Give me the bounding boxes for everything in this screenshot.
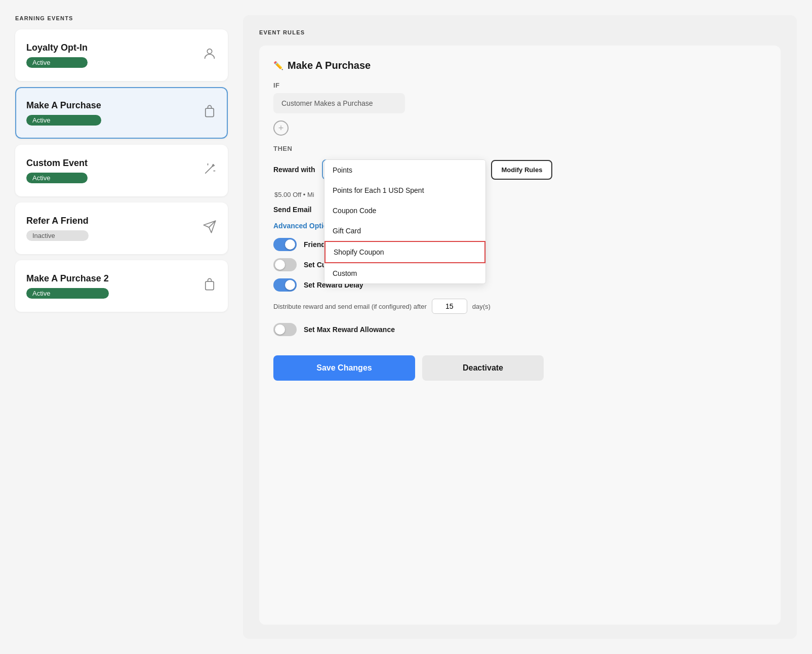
event-list: Loyalty Opt-InActiveMake A PurchaseActiv…	[15, 29, 228, 312]
then-label: THEN	[273, 145, 766, 152]
event-card-left: Custom EventActive	[26, 158, 88, 183]
svg-line-5	[213, 166, 213, 166]
pencil-icon: ✏️	[273, 61, 283, 70]
dropdown-option-custom[interactable]: Custom	[324, 263, 485, 283]
right-section-title: EVENT RULES	[259, 29, 781, 35]
delay-unit: day(s)	[472, 303, 491, 310]
dropdown-option-shopifycoupon[interactable]: Shopify Coupon	[324, 241, 485, 263]
add-condition-button[interactable]: +	[273, 120, 289, 136]
event-card-make-a-purchase-2[interactable]: Make A Purchase 2Active	[15, 260, 228, 312]
bottom-buttons: Save Changes Deactivate	[273, 355, 766, 381]
toggle-knob	[285, 239, 295, 250]
event-status-badge: Active	[26, 115, 101, 126]
event-card-name: Make A Purchase 2	[26, 273, 109, 284]
delay-input[interactable]	[432, 299, 467, 314]
bag-icon	[202, 277, 217, 295]
left-section-title: EARNING EVENTS	[15, 15, 228, 21]
svg-point-0	[207, 49, 212, 53]
send-email-label: Send Email	[273, 206, 311, 214]
event-card-left: Loyalty Opt-InActive	[26, 43, 88, 68]
rules-title: Make A Purchase	[288, 60, 371, 71]
modify-rules-button[interactable]: Modify Rules	[491, 160, 552, 180]
toggle-knob	[275, 324, 285, 335]
dropdown-option-points[interactable]: Points	[324, 160, 485, 180]
event-card-left: Refer A FriendInactive	[26, 216, 89, 241]
dropdown-option-giftcard[interactable]: Gift Card	[324, 221, 485, 241]
event-status-badge: Active	[26, 57, 88, 68]
left-panel: EARNING EVENTS Loyalty Opt-InActiveMake …	[15, 15, 228, 639]
toggle-label-max-reward-allowance: Set Max Reward Allowance	[304, 325, 395, 334]
paper-plane-icon	[202, 220, 217, 237]
event-card-name: Make A Purchase	[26, 100, 101, 111]
if-label: IF	[273, 81, 766, 89]
event-status-badge: Active	[26, 288, 109, 299]
event-rules-card: ✏️ Make A Purchase IF Customer Makes a P…	[259, 46, 781, 625]
svg-rect-1	[206, 108, 214, 116]
event-card-loyalty-opt-in[interactable]: Loyalty Opt-InActive	[15, 29, 228, 81]
delay-row: Distribute reward and send email (if con…	[273, 299, 766, 314]
rules-header: ✏️ Make A Purchase	[273, 60, 766, 71]
person-icon	[202, 47, 217, 64]
bag-icon	[202, 104, 217, 122]
event-card-name: Custom Event	[26, 158, 88, 169]
event-card-custom-event[interactable]: Custom EventActive	[15, 145, 228, 196]
dropdown-option-couponcode[interactable]: Coupon Code	[324, 200, 485, 221]
toggle-reward-delay[interactable]	[273, 278, 297, 292]
reward-with-label: Reward with	[273, 166, 315, 174]
svg-rect-8	[206, 281, 214, 290]
toggle-knob	[285, 280, 295, 290]
event-card-left: Make A Purchase 2Active	[26, 273, 109, 299]
toggle-knob	[275, 260, 285, 270]
right-panel: EVENT RULES ✏️ Make A Purchase IF Custom…	[243, 15, 797, 639]
toggle-friend-recommended[interactable]	[273, 238, 297, 251]
dropdown-option-pointsperusd[interactable]: Points for Each 1 USD Spent	[324, 180, 485, 200]
event-card-make-a-purchase[interactable]: Make A PurchaseActive	[15, 87, 228, 139]
toggle-row-max-reward: Set Max Reward Allowance	[273, 323, 766, 336]
event-status-badge: Inactive	[26, 230, 89, 241]
event-card-name: Loyalty Opt-In	[26, 43, 88, 53]
svg-line-2	[206, 167, 212, 173]
event-card-left: Make A PurchaseActive	[26, 100, 101, 126]
wand-icon	[202, 162, 217, 180]
deactivate-button[interactable]: Deactivate	[422, 355, 544, 381]
dropdown-container: Reward with Shopify Coupon ▲ Modify Rule…	[273, 159, 766, 185]
event-card-refer-a-friend[interactable]: Refer A FriendInactive	[15, 202, 228, 254]
event-card-name: Refer A Friend	[26, 216, 89, 226]
toggle-custom-reward-validation[interactable]	[273, 258, 297, 271]
delay-label: Distribute reward and send email (if con…	[273, 303, 427, 310]
save-changes-button[interactable]: Save Changes	[273, 355, 415, 381]
toggle-max-reward-allowance[interactable]	[273, 323, 297, 336]
event-status-badge: Active	[26, 173, 88, 183]
reward-dropdown-menu: PointsPoints for Each 1 USD SpentCoupon …	[324, 159, 486, 284]
condition-box: Customer Makes a Purchase	[273, 93, 405, 113]
